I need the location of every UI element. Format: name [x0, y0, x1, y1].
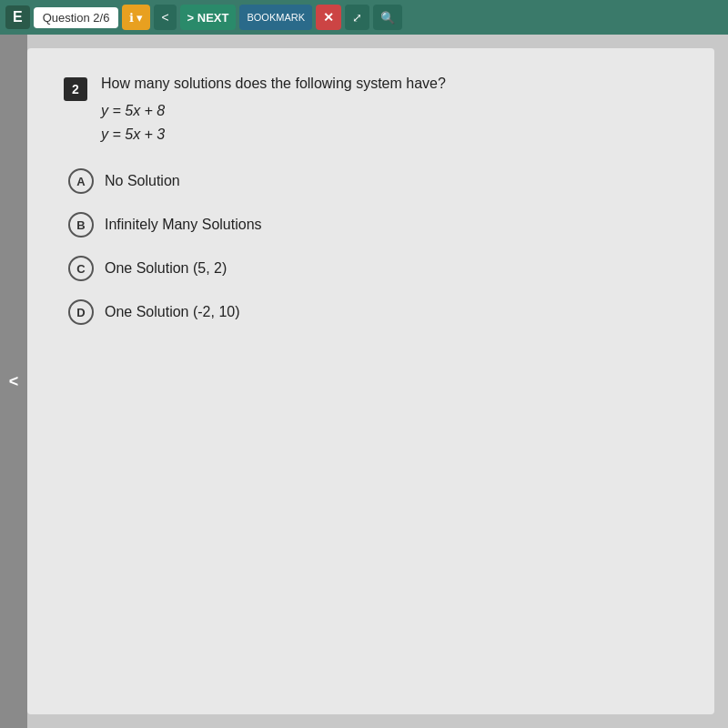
app-logo: E	[5, 5, 30, 29]
option-a[interactable]: A No Solution	[68, 168, 678, 194]
back-button[interactable]: <	[154, 5, 176, 30]
question-counter: Question 2/6	[34, 7, 119, 28]
option-b[interactable]: B Infinitely Many Solutions	[68, 212, 678, 238]
question-header: 2 How many solutions does the following …	[64, 76, 678, 146]
option-a-letter: A	[76, 175, 85, 188]
expand-button[interactable]: ⤢	[345, 5, 369, 30]
question-text-block: How many solutions does the following sy…	[101, 76, 446, 146]
option-d-circle: D	[68, 299, 94, 325]
chevron-left-icon[interactable]: <	[9, 372, 19, 391]
question-area: 2 How many solutions does the following …	[27, 48, 714, 714]
question-prompt: How many solutions does the following sy…	[101, 76, 446, 92]
option-a-label: No Solution	[105, 173, 180, 189]
options-list: A No Solution B Infinitely Many Solution…	[64, 168, 678, 325]
option-d-letter: D	[76, 306, 85, 319]
info-button[interactable]: ℹ ▾	[122, 5, 150, 30]
option-d[interactable]: D One Solution (-2, 10)	[68, 299, 678, 325]
option-d-label: One Solution (-2, 10)	[105, 304, 240, 320]
equation-1: y = 5x + 8	[101, 99, 446, 123]
question-number: 2	[64, 77, 87, 101]
equation-2: y = 5x + 3	[101, 123, 446, 147]
option-b-circle: B	[68, 212, 94, 238]
close-button[interactable]: ✕	[316, 5, 341, 30]
option-c[interactable]: C One Solution (5, 2)	[68, 256, 678, 281]
bookmark-button[interactable]: BOOKMARK	[239, 5, 312, 30]
left-edge: <	[0, 35, 27, 728]
option-c-letter: C	[76, 262, 85, 276]
option-b-letter: B	[76, 218, 85, 232]
option-c-label: One Solution (5, 2)	[105, 260, 227, 277]
option-a-circle: A	[68, 168, 94, 194]
next-button[interactable]: > NEXT	[180, 5, 237, 30]
option-b-label: Infinitely Many Solutions	[105, 217, 262, 233]
chevron-down-icon: ▾	[136, 11, 143, 25]
top-bar: E Question 2/6 ℹ ▾ < > NEXT BOOKMARK ✕ ⤢…	[0, 0, 728, 35]
main-content: < 2 How many solutions does the followin…	[0, 35, 728, 728]
info-icon: ℹ	[129, 11, 134, 25]
search-button[interactable]: 🔍	[373, 5, 402, 30]
option-c-circle: C	[68, 256, 94, 281]
